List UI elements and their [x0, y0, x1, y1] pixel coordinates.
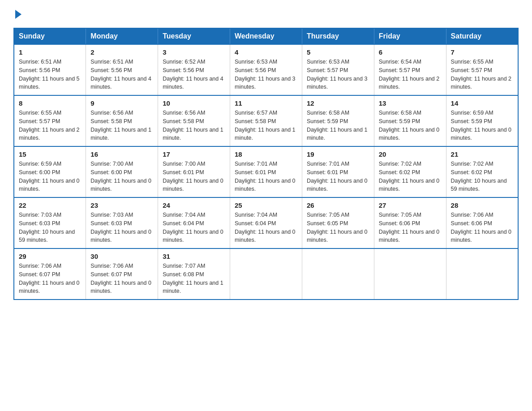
day-info: Sunrise: 7:01 AM Sunset: 6:01 PM Dayligh… — [235, 160, 297, 193]
day-number: 8 — [19, 99, 81, 107]
day-number: 29 — [19, 253, 81, 260]
day-number: 10 — [163, 99, 225, 107]
calendar-cell: 14 Sunrise: 6:59 AM Sunset: 5:59 PM Dayl… — [446, 95, 518, 146]
calendar-week-row: 8 Sunrise: 6:55 AM Sunset: 5:57 PM Dayli… — [14, 95, 518, 146]
calendar-week-row: 22 Sunrise: 7:03 AM Sunset: 6:03 PM Dayl… — [14, 197, 518, 248]
day-info: Sunrise: 6:55 AM Sunset: 5:57 PM Dayligh… — [451, 58, 513, 91]
calendar-cell: 12 Sunrise: 6:58 AM Sunset: 5:59 PM Dayl… — [302, 95, 374, 146]
calendar-cell: 24 Sunrise: 7:04 AM Sunset: 6:04 PM Dayl… — [158, 197, 230, 248]
day-info: Sunrise: 6:52 AM Sunset: 5:56 PM Dayligh… — [163, 58, 225, 91]
calendar-cell — [374, 248, 446, 300]
calendar-cell: 11 Sunrise: 6:57 AM Sunset: 5:58 PM Dayl… — [230, 95, 302, 146]
logo-arrow-icon — [15, 10, 21, 19]
calendar-cell: 29 Sunrise: 7:06 AM Sunset: 6:07 PM Dayl… — [14, 248, 86, 300]
calendar-cell — [446, 248, 518, 300]
day-number: 7 — [451, 48, 513, 56]
day-info: Sunrise: 6:59 AM Sunset: 6:00 PM Dayligh… — [19, 160, 81, 193]
day-info: Sunrise: 7:05 AM Sunset: 6:06 PM Dayligh… — [379, 211, 442, 244]
day-number: 5 — [307, 48, 369, 56]
calendar-week-row: 15 Sunrise: 6:59 AM Sunset: 6:00 PM Dayl… — [14, 146, 518, 197]
calendar-cell: 20 Sunrise: 7:02 AM Sunset: 6:02 PM Dayl… — [374, 146, 446, 197]
calendar-cell: 27 Sunrise: 7:05 AM Sunset: 6:06 PM Dayl… — [374, 197, 446, 248]
day-number: 13 — [379, 99, 442, 107]
calendar-cell: 6 Sunrise: 6:54 AM Sunset: 5:57 PM Dayli… — [374, 44, 446, 95]
day-info: Sunrise: 7:04 AM Sunset: 6:04 PM Dayligh… — [235, 211, 297, 244]
day-number: 31 — [163, 253, 225, 260]
day-info: Sunrise: 6:51 AM Sunset: 5:56 PM Dayligh… — [19, 58, 81, 91]
day-number: 2 — [90, 48, 153, 56]
day-info: Sunrise: 7:00 AM Sunset: 6:00 PM Dayligh… — [90, 160, 153, 193]
calendar-cell: 4 Sunrise: 6:53 AM Sunset: 5:56 PM Dayli… — [230, 44, 302, 95]
day-number: 22 — [19, 201, 81, 209]
calendar-cell: 21 Sunrise: 7:02 AM Sunset: 6:02 PM Dayl… — [446, 146, 518, 197]
day-number: 12 — [307, 99, 369, 107]
day-number: 20 — [379, 150, 442, 158]
day-number: 25 — [235, 201, 297, 209]
day-number: 15 — [19, 150, 81, 158]
day-info: Sunrise: 7:06 AM Sunset: 6:07 PM Dayligh… — [19, 262, 81, 295]
calendar-cell: 10 Sunrise: 6:56 AM Sunset: 5:58 PM Dayl… — [158, 95, 230, 146]
day-number: 24 — [163, 201, 225, 209]
day-info: Sunrise: 6:56 AM Sunset: 5:58 PM Dayligh… — [163, 109, 225, 142]
day-number: 18 — [235, 150, 297, 158]
calendar-cell: 8 Sunrise: 6:55 AM Sunset: 5:57 PM Dayli… — [14, 95, 86, 146]
logo — [13, 9, 21, 19]
calendar-header-row: SundayMondayTuesdayWednesdayThursdayFrid… — [14, 28, 518, 44]
calendar-cell: 31 Sunrise: 7:07 AM Sunset: 6:08 PM Dayl… — [158, 248, 230, 300]
day-info: Sunrise: 6:59 AM Sunset: 5:59 PM Dayligh… — [451, 109, 513, 142]
day-number: 9 — [90, 99, 153, 107]
day-info: Sunrise: 7:06 AM Sunset: 6:06 PM Dayligh… — [451, 211, 513, 244]
calendar-header-monday: Monday — [86, 28, 158, 44]
calendar-cell: 26 Sunrise: 7:05 AM Sunset: 6:05 PM Dayl… — [302, 197, 374, 248]
day-info: Sunrise: 7:06 AM Sunset: 6:07 PM Dayligh… — [90, 262, 153, 295]
day-number: 30 — [90, 253, 153, 260]
day-info: Sunrise: 7:01 AM Sunset: 6:01 PM Dayligh… — [307, 160, 369, 193]
day-info: Sunrise: 6:53 AM Sunset: 5:57 PM Dayligh… — [307, 58, 369, 91]
day-number: 6 — [379, 48, 442, 56]
day-number: 27 — [379, 201, 442, 209]
calendar-header-wednesday: Wednesday — [230, 28, 302, 44]
day-info: Sunrise: 6:54 AM Sunset: 5:57 PM Dayligh… — [379, 58, 442, 91]
calendar-cell: 9 Sunrise: 6:56 AM Sunset: 5:58 PM Dayli… — [86, 95, 158, 146]
calendar-week-row: 29 Sunrise: 7:06 AM Sunset: 6:07 PM Dayl… — [14, 248, 518, 300]
day-number: 26 — [307, 201, 369, 209]
day-number: 19 — [307, 150, 369, 158]
calendar-cell: 17 Sunrise: 7:00 AM Sunset: 6:01 PM Dayl… — [158, 146, 230, 197]
day-info: Sunrise: 6:53 AM Sunset: 5:56 PM Dayligh… — [235, 58, 297, 91]
calendar-header-saturday: Saturday — [446, 28, 518, 44]
day-number: 23 — [90, 201, 153, 209]
day-info: Sunrise: 6:58 AM Sunset: 5:59 PM Dayligh… — [307, 109, 369, 142]
day-info: Sunrise: 6:58 AM Sunset: 5:59 PM Dayligh… — [379, 109, 442, 142]
calendar-cell: 18 Sunrise: 7:01 AM Sunset: 6:01 PM Dayl… — [230, 146, 302, 197]
calendar-cell: 22 Sunrise: 7:03 AM Sunset: 6:03 PM Dayl… — [14, 197, 86, 248]
calendar-cell: 30 Sunrise: 7:06 AM Sunset: 6:07 PM Dayl… — [86, 248, 158, 300]
day-number: 14 — [451, 99, 513, 107]
calendar-cell: 3 Sunrise: 6:52 AM Sunset: 5:56 PM Dayli… — [158, 44, 230, 95]
calendar-cell: 28 Sunrise: 7:06 AM Sunset: 6:06 PM Dayl… — [446, 197, 518, 248]
day-info: Sunrise: 7:07 AM Sunset: 6:08 PM Dayligh… — [163, 262, 225, 295]
day-number: 21 — [451, 150, 513, 158]
calendar-cell: 5 Sunrise: 6:53 AM Sunset: 5:57 PM Dayli… — [302, 44, 374, 95]
calendar-cell: 15 Sunrise: 6:59 AM Sunset: 6:00 PM Dayl… — [14, 146, 86, 197]
day-info: Sunrise: 7:04 AM Sunset: 6:04 PM Dayligh… — [163, 211, 225, 244]
day-number: 16 — [90, 150, 153, 158]
day-number: 4 — [235, 48, 297, 56]
day-number: 28 — [451, 201, 513, 209]
day-number: 1 — [19, 48, 81, 56]
calendar-cell: 13 Sunrise: 6:58 AM Sunset: 5:59 PM Dayl… — [374, 95, 446, 146]
day-info: Sunrise: 7:00 AM Sunset: 6:01 PM Dayligh… — [163, 160, 225, 193]
day-number: 11 — [235, 99, 297, 107]
calendar-header-thursday: Thursday — [302, 28, 374, 44]
day-info: Sunrise: 7:02 AM Sunset: 6:02 PM Dayligh… — [379, 160, 442, 193]
calendar-table: SundayMondayTuesdayWednesdayThursdayFrid… — [13, 28, 519, 300]
day-info: Sunrise: 6:51 AM Sunset: 5:56 PM Dayligh… — [90, 58, 153, 91]
day-info: Sunrise: 7:02 AM Sunset: 6:02 PM Dayligh… — [451, 160, 513, 193]
calendar-cell: 19 Sunrise: 7:01 AM Sunset: 6:01 PM Dayl… — [302, 146, 374, 197]
calendar-cell — [230, 248, 302, 300]
calendar-week-row: 1 Sunrise: 6:51 AM Sunset: 5:56 PM Dayli… — [14, 44, 518, 95]
day-info: Sunrise: 7:05 AM Sunset: 6:05 PM Dayligh… — [307, 211, 369, 244]
calendar-header-sunday: Sunday — [14, 28, 86, 44]
calendar-cell: 23 Sunrise: 7:03 AM Sunset: 6:03 PM Dayl… — [86, 197, 158, 248]
calendar-cell — [302, 248, 374, 300]
day-info: Sunrise: 7:03 AM Sunset: 6:03 PM Dayligh… — [19, 211, 81, 244]
